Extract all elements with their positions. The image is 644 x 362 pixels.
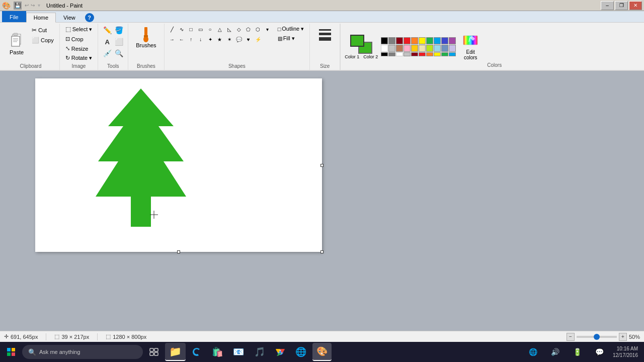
swatch-extra-7[interactable]: [434, 52, 441, 56]
color1-swatch[interactable]: [350, 35, 364, 47]
help-button[interactable]: ?: [85, 13, 94, 22]
taskbar-clock[interactable]: 10:16 AM 12/17/2016: [613, 345, 638, 358]
swatch-3[interactable]: [404, 37, 411, 44]
cut-button[interactable]: ✂ Cut: [29, 26, 56, 35]
magnify-tool[interactable]: 🔍: [113, 48, 124, 59]
paint-btn[interactable]: 🎨: [312, 343, 332, 361]
swatch-8[interactable]: [441, 37, 448, 44]
diamond-shape[interactable]: ◇: [234, 25, 244, 34]
swatch-4[interactable]: [411, 37, 418, 44]
swatch-18[interactable]: [441, 45, 448, 52]
pencil-tool[interactable]: ✏️: [102, 25, 113, 36]
swatch-13[interactable]: [404, 45, 411, 52]
swatch-extra-5[interactable]: [419, 52, 426, 56]
paste-button[interactable]: Paste: [5, 25, 28, 62]
hexagon-shape[interactable]: ⬡: [254, 25, 263, 34]
righttri-shape[interactable]: ◺: [225, 25, 234, 34]
canvas-handle-corner[interactable]: [320, 250, 324, 253]
swatch-extra-0[interactable]: [381, 52, 388, 56]
volume-icon[interactable]: 🔊: [546, 343, 565, 361]
more-shapes[interactable]: ▾: [263, 25, 272, 34]
swatch-15[interactable]: [419, 45, 426, 52]
text-tool[interactable]: A: [102, 36, 113, 47]
arrow-right-shape[interactable]: →: [168, 35, 177, 44]
groove-btn[interactable]: 🎵: [250, 343, 269, 361]
swatch-extra-4[interactable]: [411, 52, 418, 56]
copy-button[interactable]: ⬜ Copy: [29, 36, 56, 45]
swatch-extra-1[interactable]: [388, 52, 395, 56]
undo-btn[interactable]: ↩: [25, 3, 29, 8]
taskbar-search[interactable]: 🔍 Ask me anything: [22, 345, 143, 359]
zoom-out-button[interactable]: −: [567, 333, 575, 341]
heart-shape[interactable]: ♥: [244, 35, 253, 44]
swatch-11[interactable]: [388, 45, 395, 52]
roundrect-shape[interactable]: ▭: [196, 25, 205, 34]
swatch-12[interactable]: [396, 45, 403, 52]
triangle-shape[interactable]: △: [215, 25, 224, 34]
swatch-19[interactable]: [449, 45, 456, 52]
tab-home[interactable]: Home: [26, 13, 56, 23]
ellipse-shape[interactable]: ○: [206, 25, 215, 34]
chrome-btn[interactable]: [271, 343, 289, 361]
canvas-handle-right[interactable]: [320, 164, 324, 167]
file-explorer-btn[interactable]: 📁: [165, 343, 186, 361]
swatch-16[interactable]: [426, 45, 433, 52]
pentagon-shape[interactable]: ⬠: [244, 25, 253, 34]
swatch-2[interactable]: [396, 37, 403, 44]
eraser-tool[interactable]: ⬜: [113, 36, 124, 47]
swatch-7[interactable]: [434, 37, 441, 44]
close-button[interactable]: ✕: [629, 1, 642, 10]
start-button[interactable]: [2, 343, 20, 361]
redo-btn[interactable]: ↪: [31, 3, 35, 8]
zoom-in-button[interactable]: +: [619, 333, 627, 341]
curve-shape[interactable]: ∿: [177, 25, 186, 34]
task-view-button[interactable]: [145, 343, 163, 361]
swatch-9[interactable]: [449, 37, 456, 44]
quick-save[interactable]: 💾: [14, 2, 22, 10]
minimize-button[interactable]: –: [601, 1, 614, 10]
notifications-icon[interactable]: 💬: [591, 343, 609, 361]
swatch-extra-6[interactable]: [426, 52, 433, 56]
tab-file[interactable]: File: [2, 11, 26, 22]
size-button[interactable]: [313, 25, 337, 44]
arrow-left-shape[interactable]: ←: [177, 35, 186, 44]
line-shape[interactable]: ╱: [168, 25, 177, 34]
swatch-0[interactable]: [381, 37, 388, 44]
select-button[interactable]: ⬚ Select ▾: [63, 25, 95, 34]
edge-btn[interactable]: [188, 343, 206, 361]
battery-icon[interactable]: 🔋: [569, 343, 587, 361]
tab-view[interactable]: View: [56, 12, 83, 22]
fill-dropdown[interactable]: ▧ Fill ▾: [275, 34, 307, 43]
callout-shape[interactable]: 💬: [234, 35, 244, 44]
canvas-handle-bottom[interactable]: [177, 250, 180, 253]
quick-access-more[interactable]: ▾: [38, 3, 40, 8]
mail-btn[interactable]: 📧: [229, 343, 248, 361]
swatch-10[interactable]: [381, 45, 388, 52]
swatch-6[interactable]: [426, 37, 433, 44]
photos-btn[interactable]: 🌐: [291, 343, 310, 361]
paint-canvas[interactable]: [35, 78, 322, 252]
fill-tool[interactable]: 🪣: [113, 25, 124, 36]
network-icon[interactable]: 🌐: [524, 343, 542, 361]
brushes-button[interactable]: Brushes: [131, 25, 160, 50]
outline-dropdown[interactable]: □ Outline ▾: [275, 25, 307, 33]
zoom-slider[interactable]: [577, 336, 617, 338]
arrow-up-shape[interactable]: ↑: [187, 35, 196, 44]
swatch-1[interactable]: [388, 37, 395, 44]
swatch-extra-9[interactable]: [449, 52, 456, 56]
swatch-5[interactable]: [419, 37, 426, 44]
store-btn[interactable]: 🛍️: [208, 343, 227, 361]
crop-button[interactable]: ⊡ Crop: [63, 35, 95, 43]
swatch-17[interactable]: [434, 45, 441, 52]
swatch-extra-2[interactable]: [396, 52, 403, 56]
swatch-14[interactable]: [411, 45, 418, 52]
swatch-extra-8[interactable]: [441, 52, 448, 56]
swatch-extra-3[interactable]: [404, 52, 411, 56]
rotate-button[interactable]: ↻ Rotate ▾: [63, 54, 95, 62]
restore-button[interactable]: ❐: [615, 1, 628, 10]
star4-shape[interactable]: ✦: [206, 35, 215, 44]
star5-shape[interactable]: ★: [215, 35, 224, 44]
arrow-down-shape[interactable]: ↓: [196, 35, 205, 44]
star6-shape[interactable]: ✶: [225, 35, 234, 44]
zoom-thumb[interactable]: [594, 334, 600, 340]
